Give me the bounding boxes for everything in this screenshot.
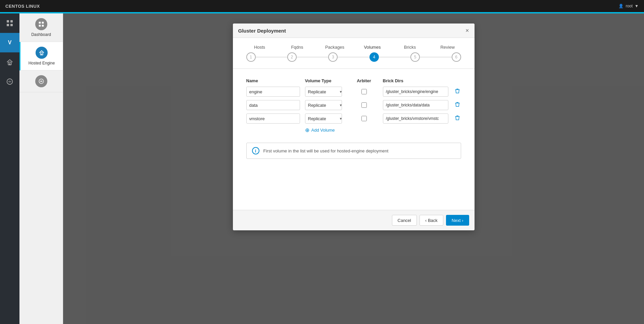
- next-button[interactable]: Next ›: [446, 215, 469, 226]
- svg-rect-0: [7, 20, 9, 22]
- hosted-engine-label: Hosted Engine: [29, 61, 55, 65]
- info-icon: i: [252, 147, 259, 154]
- top-navbar: CENTOS LINUX 👤 root ▼: [0, 0, 644, 12]
- brand-name: CENTOS LINUX: [5, 4, 40, 9]
- step-label-fqdns: Fqdns: [284, 45, 311, 50]
- volume-name-input-1[interactable]: [246, 87, 300, 97]
- step-line-4-5: [379, 57, 410, 57]
- step-label-hosts: Hosts: [246, 45, 273, 50]
- info-box: i First volume in the list will be used …: [246, 143, 461, 159]
- add-volume-label: Add Volume: [311, 128, 335, 133]
- user-dropdown-icon: ▼: [635, 4, 639, 8]
- svg-rect-7: [39, 22, 41, 24]
- volume-row-3: Replicate Distribute Disperse ▼: [246, 113, 461, 124]
- username: root: [626, 4, 633, 8]
- volume-row-1: Replicate Distribute Disperse ▼: [246, 87, 461, 97]
- volume-type-select-3[interactable]: Replicate Distribute Disperse: [305, 113, 342, 124]
- step-line-1-2: [256, 57, 287, 57]
- step-label-review: Review: [434, 45, 461, 50]
- sidebar-icon-hosted-engine[interactable]: [0, 52, 19, 72]
- arbiter-checkbox-2[interactable]: [361, 102, 367, 108]
- step-circle-1[interactable]: 1: [246, 52, 256, 62]
- user-icon: 👤: [618, 4, 624, 8]
- arbiter-checkbox-3[interactable]: [361, 116, 367, 121]
- add-volume-button[interactable]: ⊕ Add Volume: [305, 127, 335, 133]
- step-line-5-6: [420, 57, 451, 57]
- hosted-engine-icon: [36, 47, 48, 59]
- modal-title: Gluster Deployment: [238, 28, 286, 34]
- svg-rect-5: [9, 63, 10, 65]
- col-header-volume-type: Volume Type: [305, 78, 332, 83]
- arbiter-checkbox-1[interactable]: [361, 89, 367, 94]
- close-button[interactable]: ×: [465, 28, 469, 34]
- step-label-volumes: Volumes: [359, 45, 386, 50]
- svg-rect-2: [7, 24, 9, 26]
- gluster-deployment-modal: Gluster Deployment × Hosts Fqdns Package…: [233, 24, 475, 230]
- volume-type-select-2[interactable]: Replicate Distribute Disperse: [305, 100, 342, 110]
- cancel-button[interactable]: Cancel: [392, 215, 417, 226]
- delete-row-1-button[interactable]: [454, 88, 461, 95]
- svg-rect-12: [41, 54, 42, 55]
- steps-track: 1 2 3 4 5 6: [246, 52, 461, 62]
- step-circle-2[interactable]: 2: [287, 52, 297, 62]
- sidebar-item-hosted-engine[interactable]: Hosted Engine: [19, 42, 63, 71]
- modal-header: Gluster Deployment ×: [233, 24, 475, 38]
- sidebar-panel: Dashboard Hosted Engine: [19, 13, 63, 324]
- volume-row-2: Replicate Distribute Disperse ▼: [246, 100, 461, 110]
- modal-overlay: Gluster Deployment × Hosts Fqdns Package…: [63, 13, 644, 324]
- sidebar-icon-paint[interactable]: [0, 72, 19, 91]
- svg-rect-1: [10, 20, 13, 22]
- steps-labels: Hosts Fqdns Packages Volumes Bricks Revi…: [246, 45, 461, 50]
- svg-rect-10: [42, 25, 44, 27]
- svg-rect-3: [10, 24, 13, 26]
- form-column-headers: Name Volume Type Arbiter Brick Dirs: [246, 78, 461, 83]
- info-message: First volume in the list will be used fo…: [263, 148, 389, 153]
- dashboard-label: Dashboard: [31, 32, 51, 37]
- extra-icon: [35, 75, 47, 87]
- step-circle-3[interactable]: 3: [328, 52, 338, 62]
- sidebar-item-extra[interactable]: [19, 71, 63, 92]
- step-label-packages: Packages: [321, 45, 348, 50]
- sidebar-icon-dashboard[interactable]: [0, 13, 19, 33]
- sidebar-icons: V: [0, 13, 19, 324]
- svg-rect-9: [39, 25, 41, 27]
- step-circle-4[interactable]: 4: [369, 52, 379, 62]
- sidebar-icon-v[interactable]: V: [0, 33, 19, 52]
- user-menu[interactable]: 👤 root ▼: [618, 4, 639, 8]
- col-header-name: Name: [246, 78, 258, 83]
- volume-name-input-2[interactable]: [246, 100, 300, 110]
- add-volume-plus-icon: ⊕: [305, 127, 309, 133]
- step-line-2-3: [297, 57, 328, 57]
- volume-name-input-3[interactable]: [246, 113, 300, 124]
- main-content: Gluster Deployment × Hosts Fqdns Package…: [63, 13, 644, 324]
- col-header-arbiter: Arbiter: [357, 78, 371, 83]
- step-line-3-4: [338, 57, 369, 57]
- modal-footer: Cancel ‹ Back Next ›: [233, 210, 475, 230]
- sidebar-item-dashboard[interactable]: Dashboard: [19, 13, 63, 42]
- wizard-steps: Hosts Fqdns Packages Volumes Bricks Revi…: [233, 38, 475, 68]
- back-button[interactable]: ‹ Back: [419, 215, 443, 226]
- brick-dir-input-3[interactable]: [383, 113, 448, 124]
- step-circle-6[interactable]: 6: [452, 52, 461, 62]
- dashboard-icon: [35, 18, 47, 30]
- brick-dir-input-1[interactable]: [383, 87, 448, 97]
- col-header-brick-dirs: Brick Dirs: [383, 78, 403, 83]
- brick-dir-input-2[interactable]: [383, 100, 448, 110]
- delete-row-2-button[interactable]: [454, 102, 461, 108]
- step-label-bricks: Bricks: [397, 45, 424, 50]
- volume-type-select-1[interactable]: Replicate Distribute Disperse: [305, 87, 342, 97]
- delete-row-3-button[interactable]: [454, 115, 461, 122]
- step-circle-5[interactable]: 5: [410, 52, 420, 62]
- modal-body: Name Volume Type Arbiter Brick Dirs: [233, 69, 475, 210]
- main-layout: V Dashboar: [0, 13, 644, 324]
- svg-rect-8: [42, 22, 44, 24]
